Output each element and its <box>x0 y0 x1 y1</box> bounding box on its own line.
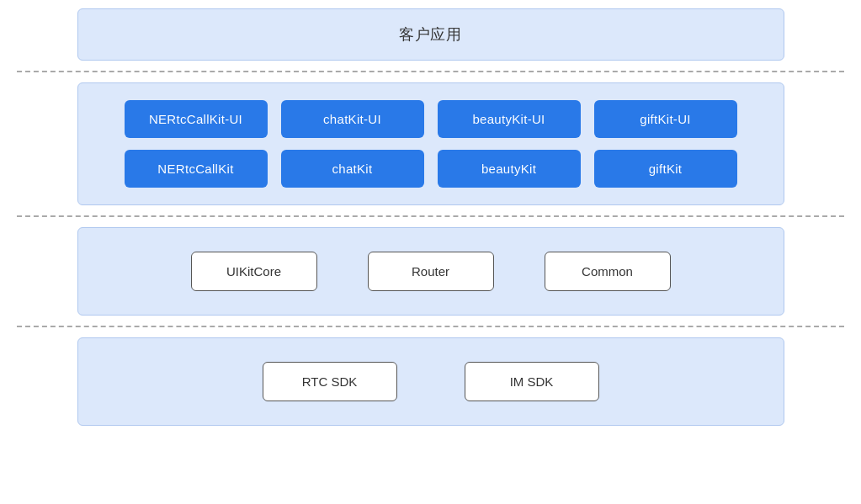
core-layer: UIKitCore Router Common <box>77 227 784 316</box>
common-button[interactable]: Common <box>545 252 671 291</box>
divider-3 <box>17 326 844 327</box>
beautykit-ui-button[interactable]: beautyKit-UI <box>438 100 581 138</box>
beautykit-button[interactable]: beautyKit <box>438 150 581 188</box>
customer-app-layer: 客户应用 <box>77 8 784 61</box>
kit-row-base: NERtcCallKit chatKit beautyKit giftKit <box>98 150 763 188</box>
customer-app-label: 客户应用 <box>399 24 463 45</box>
giftkit-ui-button[interactable]: giftKit-UI <box>594 100 737 138</box>
kits-layer: NERtcCallKit-UI chatKit-UI beautyKit-UI … <box>77 82 784 205</box>
divider-2 <box>17 215 844 217</box>
nertccallkit-ui-button[interactable]: NERtcCallKit-UI <box>125 100 268 138</box>
router-button[interactable]: Router <box>368 252 494 291</box>
nertccallkit-button[interactable]: NERtcCallKit <box>125 150 268 188</box>
sdk-layer: RTC SDK IM SDK <box>77 337 784 426</box>
divider-1 <box>17 71 844 72</box>
rtc-sdk-button[interactable]: RTC SDK <box>263 362 397 401</box>
architecture-diagram: 客户应用 NERtcCallKit-UI chatKit-UI beautyKi… <box>17 8 844 426</box>
kit-row-ui: NERtcCallKit-UI chatKit-UI beautyKit-UI … <box>98 100 763 138</box>
im-sdk-button[interactable]: IM SDK <box>465 362 599 401</box>
chatkit-ui-button[interactable]: chatKit-UI <box>281 100 424 138</box>
chatkit-button[interactable]: chatKit <box>281 150 424 188</box>
giftkit-button[interactable]: giftKit <box>594 150 737 188</box>
uikitcore-button[interactable]: UIKitCore <box>191 252 317 291</box>
